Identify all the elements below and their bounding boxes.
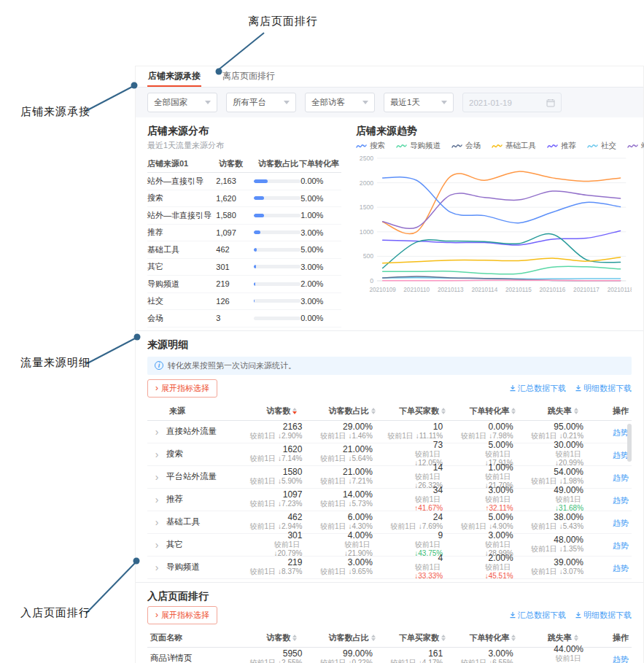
actions-cell: 趋势 <box>598 516 632 529</box>
sort-icon[interactable] <box>511 635 516 641</box>
legend-item[interactable]: 基础工具 <box>492 141 536 151</box>
metric-value: 99.00% <box>317 649 372 659</box>
metric-cell: 1620较前1日↓7.14% <box>247 445 317 463</box>
legend-item[interactable]: 搜索 <box>356 141 385 151</box>
conversion-value: 1.00% <box>300 211 341 220</box>
metric-delta: 较前1日↓20.79% <box>247 540 302 558</box>
legend-item[interactable]: 站外—非直接引导 <box>627 141 644 151</box>
legend-label: 导购频道 <box>410 141 441 151</box>
column-header-sortable[interactable]: 访客数占比 <box>317 406 387 416</box>
detail-download-link[interactable]: 明细数据下载 <box>575 383 632 394</box>
metric-cell: 10较前1日↓11.11% <box>387 422 457 441</box>
metric-value: 14.00% <box>317 490 372 500</box>
trend-link[interactable]: 趋势 <box>613 519 629 527</box>
column-header-sortable[interactable]: 下单转化率 <box>457 632 527 643</box>
metric-value: 73 <box>387 441 443 450</box>
date-range-select[interactable]: 最近1天 <box>384 93 454 112</box>
sort-icon[interactable] <box>371 408 376 414</box>
metric-value: 1097 <box>247 490 302 500</box>
expand-metrics-button[interactable]: ›展开指标选择 <box>147 606 217 624</box>
row-name: 导购频道 <box>166 562 247 573</box>
metric-cell: 44.00%较前1日↓10.05% <box>528 645 598 663</box>
platform-select[interactable]: 所有平台 <box>226 93 296 112</box>
metric-cell: 34较前1日↑41.67% <box>387 486 457 513</box>
column-header-sortable[interactable]: 下单买家数 <box>387 632 457 643</box>
column-header-sortable[interactable]: 跳失率 <box>528 406 598 416</box>
expand-row-icon[interactable]: › <box>147 562 166 573</box>
legend-item[interactable]: 会场 <box>451 141 481 151</box>
distribution-row: 导购频道2192.00% <box>147 276 341 293</box>
metric-value: 21.00% <box>317 468 372 477</box>
trend-link[interactable]: 趋势 <box>613 496 629 505</box>
svg-text:20210116: 20210116 <box>540 286 566 293</box>
trend-link[interactable]: 趋势 <box>613 473 629 482</box>
actions-cell: 趋势 <box>598 561 632 574</box>
trend-link[interactable]: 趋势 <box>613 428 629 437</box>
expand-row-icon[interactable]: › <box>147 427 166 437</box>
filter-bar: 全部国家 所有平台 全部访客 最近1天 2021-01-19 <box>136 88 643 117</box>
detail-download-link[interactable]: 明细数据下载 <box>575 610 632 621</box>
expand-row-icon[interactable]: › <box>147 517 166 527</box>
expand-row-icon[interactable]: › <box>147 472 166 482</box>
expand-row-icon[interactable]: › <box>147 495 166 505</box>
distribution-row: 会场30.00% <box>147 310 341 327</box>
trend-link[interactable]: 趋势 <box>613 451 629 460</box>
legend-item[interactable]: 推荐 <box>547 141 576 151</box>
svg-text:2500: 2500 <box>360 155 373 162</box>
metric-cell: 38.00%较前1日↓5.43% <box>528 513 598 531</box>
trend-link[interactable]: 趋势 <box>613 655 629 663</box>
column-header-sortable[interactable]: 下单买家数 <box>387 406 457 416</box>
sort-icon[interactable] <box>371 635 376 641</box>
country-select[interactable]: 全部国家 <box>147 93 217 112</box>
tab-depart-ranking[interactable]: 离店页面排行 <box>222 69 276 87</box>
expand-row-icon[interactable]: › <box>147 540 166 550</box>
row-name: 平台站外流量 <box>166 471 247 482</box>
scrollbar-thumb[interactable] <box>627 424 632 462</box>
expand-row-icon[interactable]: › <box>147 449 166 460</box>
sort-icon[interactable] <box>574 635 578 641</box>
actions-cell: 趋势 <box>598 493 632 506</box>
date-picker[interactable]: 2021-01-19 <box>462 93 562 112</box>
metric-value: 1580 <box>247 468 302 477</box>
legend-item[interactable]: 导购频道 <box>396 141 441 151</box>
summary-download-link[interactable]: 汇总数据下载 <box>509 383 566 394</box>
sort-icon[interactable] <box>292 408 297 414</box>
summary-download-link[interactable]: 汇总数据下载 <box>509 610 566 621</box>
trend-link[interactable]: 趋势 <box>613 564 629 573</box>
sort-icon[interactable] <box>292 635 297 641</box>
actions-cell: 趋势 <box>598 538 632 551</box>
callout-label-depart-ranking: 离店页面排行 <box>248 15 318 28</box>
sort-icon[interactable] <box>511 408 516 414</box>
metric-cell: 3.00%较前1日↑32.11% <box>457 486 527 513</box>
conversion-value: 0.00% <box>300 177 341 185</box>
visitors-value: 301 <box>216 263 254 271</box>
distribution-row: 基础工具4625.00% <box>147 241 341 259</box>
metric-value: 10 <box>387 422 443 432</box>
platform-select-value: 所有平台 <box>233 97 266 108</box>
legend-item[interactable]: 社交 <box>587 141 616 151</box>
metric-value: 5.00% <box>457 513 513 522</box>
sort-icon[interactable] <box>441 408 446 414</box>
sort-icon[interactable] <box>574 408 578 414</box>
svg-text:2000: 2000 <box>360 179 373 186</box>
column-header-sortable[interactable]: 访客数占比 <box>317 632 387 643</box>
metric-delta: 较前1日↓5.90% <box>247 477 302 486</box>
column-header-sortable[interactable]: 下单转化率 <box>457 406 527 416</box>
source-name: 站外—非直接引导 <box>147 210 216 221</box>
expand-metrics-button[interactable]: ›展开指标选择 <box>147 379 217 398</box>
column-header-sortable[interactable]: 访客数 <box>247 406 317 416</box>
source-name: 站外—直接引导 <box>147 176 216 187</box>
entry-ranking-section: 入店页面排行 ›展开指标选择 汇总数据下载 明细数据下载 页面名称访客数访客数占… <box>136 582 643 663</box>
column-header-sortable[interactable]: 访客数 <box>247 632 317 643</box>
column-header: 店铺来源01 <box>147 158 219 169</box>
metric-delta: 较前1日↓31.68% <box>528 495 583 513</box>
sort-icon[interactable] <box>441 635 446 641</box>
actions-cell: 趋势 <box>598 470 632 484</box>
trend-link[interactable]: 趋势 <box>613 541 629 550</box>
share-bar <box>254 299 300 303</box>
tab-source-landing[interactable]: 店铺来源承接 <box>147 69 201 87</box>
metric-value: 54.00% <box>528 468 583 477</box>
column-header-sortable[interactable]: 跳失率 <box>528 632 598 643</box>
metric-delta: 较前1日↓1.35% <box>528 545 583 554</box>
visitor-select[interactable]: 全部访客 <box>305 93 375 112</box>
